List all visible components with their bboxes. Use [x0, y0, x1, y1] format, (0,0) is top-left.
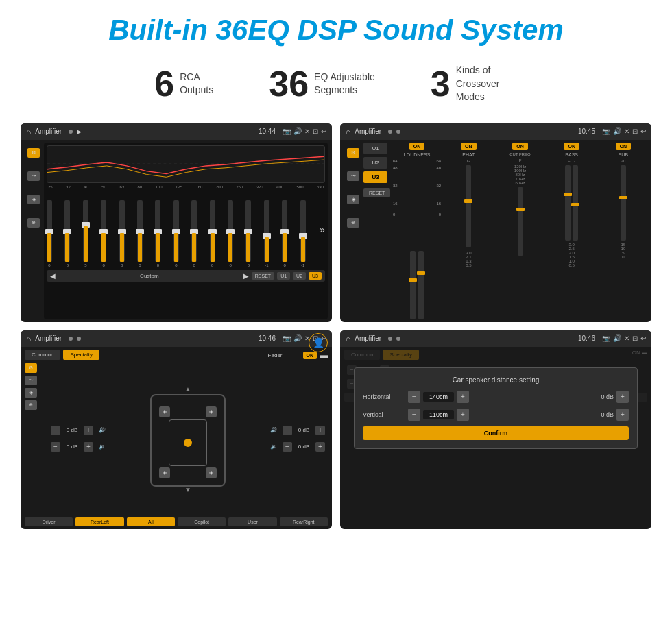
fader-plus-3[interactable]: + [315, 426, 325, 435]
fader-user-icon[interactable]: 👤 [309, 333, 328, 352]
fader-dot[interactable] [184, 439, 192, 447]
ss4-back-icon: ↩ [640, 334, 646, 342]
fader-minus-1[interactable]: − [51, 426, 60, 435]
eq-slider-9[interactable]: 0 [210, 200, 215, 267]
eq-slider-8[interactable]: 0 [191, 200, 197, 267]
eq-u3-btn[interactable]: U3 [309, 272, 322, 280]
xo-preset-u3[interactable]: U3 [363, 171, 387, 183]
fader-left-db: − 0 dB + 🔊 − 0 dB + 🔉 [48, 363, 112, 514]
eq-next-btn[interactable]: ▶ [243, 272, 249, 280]
ss2-channel-icon[interactable]: ⊕ [347, 218, 359, 228]
eq-u2-btn[interactable]: U2 [293, 272, 306, 280]
fader-db-val-1: 0 dB [62, 427, 82, 433]
fader-btn-copilot[interactable]: Copilot [178, 517, 226, 526]
fader-arrow-bottom: ▼ [184, 486, 191, 493]
dist-horizontal-plus[interactable]: + [457, 391, 469, 403]
fader-btn-driver[interactable]: Driver [25, 517, 73, 526]
dist-vertical-minus[interactable]: − [408, 409, 420, 421]
xo-preset-u1[interactable]: U1 [363, 143, 387, 154]
fader-db-val-4: 0 dB [294, 443, 313, 450]
fader-header: Common Specialty Fader ON ▬ 👤 [25, 350, 328, 361]
fader-sp-bl: ◈ [159, 467, 170, 478]
eq-preset-label: Custom [58, 273, 241, 279]
eq-slider-11[interactable]: 0 [245, 200, 251, 267]
fader-sp-tr: ◈ [206, 406, 217, 417]
fader-plus-1[interactable]: + [84, 426, 93, 435]
ss2-topbar: ⌂ Amplifier 10:45 📷 🔊 ✕ ⊡ ↩ [340, 123, 651, 140]
dist-db-right-2: 0 dB [601, 411, 614, 418]
xo-cutfreq-on[interactable]: ON [512, 143, 528, 150]
eq-slider-13[interactable]: 0 [282, 200, 287, 267]
eq-slider-3[interactable]: 0 [101, 200, 106, 267]
fader-minus-4[interactable]: − [283, 442, 292, 452]
eq-slider-2[interactable]: 5 [83, 200, 88, 267]
ss2-eq-icon[interactable]: ⚙ [347, 148, 359, 158]
ss2-speaker-icon[interactable]: ◈ [347, 195, 359, 204]
xo-channel-sub: ON SUB 20 151050 [599, 143, 647, 319]
dist-tab-specialty[interactable]: Specialty [383, 350, 418, 360]
fader-tab-specialty[interactable]: Specialty [63, 350, 99, 360]
eq-more-icon[interactable]: » [320, 224, 325, 235]
ss4-camera-icon: 📷 [602, 334, 610, 342]
eq-slider-5[interactable]: 0 [137, 200, 143, 267]
eq-slider-1[interactable]: 0 [64, 200, 70, 267]
fader-minus-2[interactable]: − [51, 442, 60, 452]
ss1-eq-icon[interactable]: ⚙ [27, 148, 40, 158]
xo-bass-on[interactable]: ON [564, 143, 579, 150]
xo-preset-u2[interactable]: U2 [363, 157, 387, 169]
eq-slider-6[interactable]: 0 [155, 200, 160, 267]
eq-slider-14[interactable]: -1 [300, 200, 306, 267]
page-container: Built-in 36EQ DSP Sound System 6 RCA Out… [0, 0, 672, 634]
eq-prev-btn[interactable]: ◀ [50, 272, 56, 280]
ss1-wave-icon[interactable]: 〜 [27, 171, 40, 181]
xo-phat-on[interactable]: ON [461, 143, 477, 150]
fader-left-controls: ⚙ 〜 ◈ ⊕ [25, 363, 44, 514]
dist-tab-common[interactable]: Common [344, 350, 380, 360]
ss3-eq-icon[interactable]: ⚙ [25, 363, 37, 373]
ss2-wave-icon[interactable]: 〜 [347, 171, 359, 181]
ss3-channel-icon[interactable]: ⊕ [25, 400, 37, 410]
ss3-wave-icon[interactable]: 〜 [25, 376, 37, 385]
ss2-dot1 [388, 130, 392, 134]
fader-inner-rect [169, 419, 207, 466]
fader-btn-rearleft[interactable]: RearLeft [75, 517, 123, 526]
dist-vertical-plus[interactable]: + [457, 409, 469, 421]
eq-slider-7[interactable]: 0 [173, 200, 179, 267]
dist-tabs: Common Specialty ON ▬ [344, 350, 647, 360]
fader-right-db: 🔊 − 0 dB + 🔉 − 0 dB + [264, 363, 328, 514]
fader-minus-3[interactable]: − [283, 426, 292, 435]
ss1-volume-icon: 🔊 [293, 127, 302, 135]
fader-btn-user[interactable]: User [228, 517, 276, 526]
fader-btn-all[interactable]: All [127, 517, 175, 526]
ss3-speaker-icon[interactable]: ◈ [25, 388, 37, 398]
xo-channel-loudness: ON LOUDNESS 6464 4848 3232 1616 00 [393, 143, 441, 319]
screenshots-grid: ⌂ Amplifier ▶ 10:44 📷 🔊 ✕ ⊡ ↩ ⚙ 〜 ◈ [21, 123, 651, 529]
eq-slider-4[interactable]: 0 [119, 200, 125, 267]
fader-db-val-2: 0 dB [62, 443, 82, 450]
xo-sub-on[interactable]: ON [616, 143, 632, 150]
fader-on-btn[interactable]: ON [303, 352, 317, 359]
dist-db-right-1: 0 dB [601, 393, 614, 400]
eq-reset-btn[interactable]: RESET [252, 272, 274, 280]
fader-tab-common[interactable]: Common [25, 350, 60, 360]
xo-loudness-on[interactable]: ON [409, 143, 425, 150]
dist-right-plus-1[interactable]: + [616, 391, 629, 403]
fader-speaker-icon-3: 🔊 [267, 425, 280, 436]
xo-reset-btn[interactable]: RESET [363, 188, 390, 197]
ss3-dot2 [77, 337, 81, 341]
fader-sp-br: ◈ [206, 467, 217, 478]
eq-u1-btn[interactable]: U1 [277, 272, 290, 280]
fader-plus-4[interactable]: + [315, 442, 325, 452]
eq-slider-0[interactable]: 0 [47, 200, 52, 267]
dist-right-plus-2[interactable]: + [616, 409, 629, 421]
ss1-channel-icon[interactable]: ⊕ [27, 218, 40, 228]
dist-vertical-label: Vertical [363, 411, 404, 418]
ss1-speaker-icon[interactable]: ◈ [27, 195, 40, 204]
ss4-dot2 [396, 337, 400, 341]
fader-btn-rearright[interactable]: RearRight [280, 517, 328, 526]
eq-slider-12[interactable]: -1 [264, 200, 269, 267]
confirm-button[interactable]: Confirm [363, 426, 629, 440]
eq-slider-10[interactable]: 0 [228, 200, 233, 267]
dist-horizontal-minus[interactable]: − [408, 391, 420, 403]
fader-plus-2[interactable]: + [84, 442, 93, 452]
